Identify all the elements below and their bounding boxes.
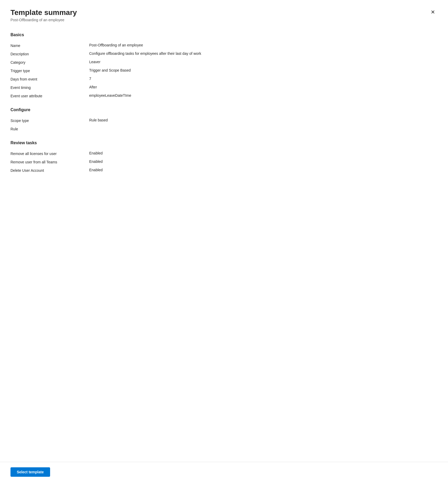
field-row-days-from-event: Days from event 7 [10, 75, 438, 83]
field-value-trigger-type: Trigger and Scope Based [89, 68, 438, 72]
field-label-remove-licenses: Remove all licenses for user [10, 151, 89, 156]
dialog-title: Template summary [10, 8, 438, 17]
configure-section: Configure Scope type Rule based Rule [10, 108, 438, 133]
basics-section-title: Basics [10, 33, 438, 37]
configure-section-title: Configure [10, 108, 438, 112]
review-tasks-section: Review tasks Remove all licenses for use… [10, 141, 438, 175]
close-icon: ✕ [431, 9, 435, 15]
field-row-remove-teams: Remove user from all Teams Enabled [10, 158, 438, 166]
dialog-footer: Select template [0, 462, 448, 482]
field-row-remove-licenses: Remove all licenses for user Enabled [10, 149, 438, 158]
field-row-event-timing: Event timing After [10, 83, 438, 92]
field-label-trigger-type: Trigger type [10, 68, 89, 73]
field-label-rule: Rule [10, 126, 89, 131]
field-label-scope-type: Scope type [10, 118, 89, 123]
field-row-rule: Rule [10, 125, 438, 133]
field-value-event-user-attribute: employeeLeaveDateTIme [89, 93, 438, 98]
basics-section: Basics Name Post-Offboarding of an emplo… [10, 33, 438, 100]
field-value-remove-teams: Enabled [89, 159, 438, 164]
field-label-description: Description [10, 51, 89, 56]
close-button[interactable]: ✕ [428, 7, 438, 17]
field-value-delete-account: Enabled [89, 168, 438, 172]
field-row-category: Category Leaver [10, 58, 438, 67]
field-row-name: Name Post-Offboarding of an employee [10, 41, 438, 50]
field-row-description: Description Configure offboarding tasks … [10, 50, 438, 58]
field-row-delete-account: Delete User Account Enabled [10, 166, 438, 175]
select-template-button[interactable]: Select template [10, 467, 50, 477]
field-row-trigger-type: Trigger type Trigger and Scope Based [10, 67, 438, 75]
field-label-name: Name [10, 43, 89, 48]
dialog-header: Template summary Post-Offboarding of an … [0, 0, 448, 26]
field-value-scope-type: Rule based [89, 118, 438, 122]
field-row-scope-type: Scope type Rule based [10, 116, 438, 125]
field-label-event-timing: Event timing [10, 85, 89, 90]
dialog-subtitle: Post-Offboarding of an employee [10, 18, 438, 22]
field-value-event-timing: After [89, 85, 438, 89]
field-value-category: Leaver [89, 60, 438, 64]
field-row-event-user-attribute: Event user attribute employeeLeaveDateTI… [10, 92, 438, 100]
field-value-name: Post-Offboarding of an employee [89, 43, 438, 47]
field-value-days-from-event: 7 [89, 77, 438, 81]
field-label-delete-account: Delete User Account [10, 168, 89, 173]
field-label-remove-teams: Remove user from all Teams [10, 159, 89, 164]
field-value-description: Configure offboarding tasks for employee… [89, 51, 438, 56]
field-value-remove-licenses: Enabled [89, 151, 438, 155]
review-tasks-section-title: Review tasks [10, 141, 438, 145]
dialog-content: Basics Name Post-Offboarding of an emplo… [0, 26, 448, 462]
field-label-days-from-event: Days from event [10, 77, 89, 81]
field-label-category: Category [10, 60, 89, 65]
field-label-event-user-attribute: Event user attribute [10, 93, 89, 98]
template-summary-dialog: Template summary Post-Offboarding of an … [0, 0, 448, 482]
